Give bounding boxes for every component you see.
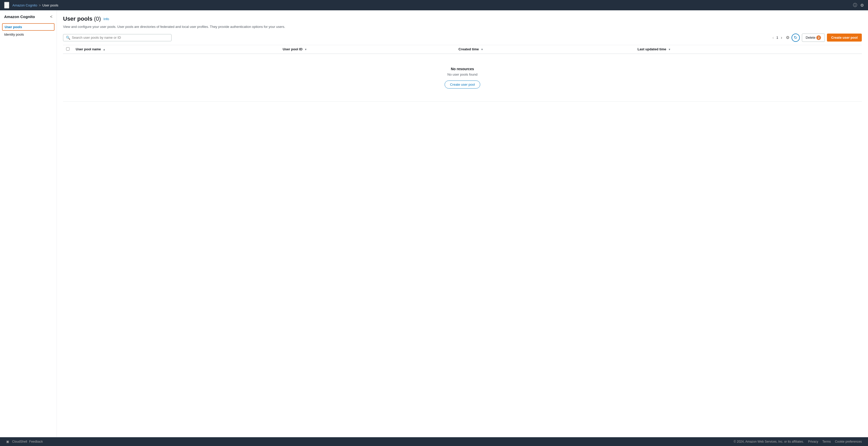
search-input[interactable] [72,36,169,39]
page-title: User pools [63,15,92,22]
sidebar-item-user-pools[interactable]: User pools [2,23,55,31]
table-header: User pool name ▲ User pool ID ▼ Created … [63,45,862,54]
search-icon: 🔍 [66,36,70,40]
pagination-number: 1 [776,36,778,39]
empty-state-description: No user pools found [71,72,854,76]
footer-terms-link[interactable]: Terms [822,440,831,443]
sort-pool-id-icon: ▼ [304,48,307,51]
hamburger-menu[interactable]: ☰ [4,2,9,8]
breadcrumb-service-link[interactable]: Amazon Cognito [12,3,37,7]
footer-cookie-link[interactable]: Cookie preferences [835,440,862,443]
breadcrumb-separator: > [39,3,41,7]
info-link[interactable]: Info [103,17,109,21]
page-header: User pools (0) Info [63,15,862,22]
delete-label: Delete [806,36,815,39]
footer-right: © 2024, Amazon Web Services, Inc. or its… [734,440,862,443]
delete-button[interactable]: Delete 2 [802,34,825,42]
top-navigation: ☰ Amazon Cognito > User pools ⓘ ⚙ [0,0,868,10]
table-empty-row: No resources No user pools found Create … [63,54,862,102]
sort-updated-icon: ▼ [668,48,671,51]
user-pools-table: User pool name ▲ User pool ID ▼ Created … [63,45,862,102]
search-box: 🔍 [63,34,172,41]
sidebar-title: Amazon Cognito < [0,14,57,23]
sort-created-icon: ▼ [481,48,483,51]
sort-name-icon: ▲ [103,48,105,51]
main-layout: Amazon Cognito < User pools Identity poo… [0,10,868,437]
refresh-button[interactable]: ↻ [792,34,800,42]
toolbar-right: ‹ 1 › ⚙ ↻ Delete 2 Create user pool [771,34,862,42]
cloudshell-link[interactable]: CloudShell [12,440,27,443]
toolbar-left: 🔍 [63,34,771,41]
create-user-pool-button[interactable]: Create user pool [827,34,862,41]
table-header-row: User pool name ▲ User pool ID ▼ Created … [63,45,862,54]
sidebar-item-identity-pools[interactable]: Identity pools [0,31,57,38]
breadcrumb-current: User pools [42,3,58,7]
page-description: View and configure your user pools. User… [63,24,862,29]
table-col-name[interactable]: User pool name ▲ [72,45,280,54]
footer-left: ▣ CloudShell Feedback [6,440,43,443]
select-all-checkbox[interactable] [66,47,69,50]
table-col-updated[interactable]: Last updated time ▼ [634,45,862,54]
sidebar: Amazon Cognito < User pools Identity poo… [0,10,57,437]
table-empty-cell: No resources No user pools found Create … [63,54,862,102]
empty-state-create-button[interactable]: Create user pool [444,80,480,89]
table-body: No resources No user pools found Create … [63,54,862,102]
cloudshell-icon: ▣ [6,440,9,443]
empty-state-title: No resources [71,67,854,71]
nav-right-icons: ⓘ ⚙ [853,3,864,8]
feedback-link[interactable]: Feedback [29,440,43,443]
footer-privacy-link[interactable]: Privacy [808,440,818,443]
toolbar: 🔍 ‹ 1 › ⚙ ↻ Delete 2 Create user pool [63,34,862,42]
table-settings-icon[interactable]: ⚙ [786,35,789,40]
main-content: User pools (0) Info View and configure y… [57,10,868,437]
table-col-pool-id[interactable]: User pool ID ▼ [280,45,455,54]
delete-badge: 2 [816,35,821,40]
empty-state: No resources No user pools found Create … [66,57,859,99]
pagination: ‹ 1 › [771,35,784,40]
pagination-next-button[interactable]: › [779,35,784,40]
pagination-prev-button[interactable]: ‹ [771,35,775,40]
help-icon[interactable]: ⓘ [853,3,857,8]
footer: ▣ CloudShell Feedback © 2024, Amazon Web… [0,437,868,446]
settings-nav-icon[interactable]: ⚙ [860,3,864,8]
table-col-checkbox [63,45,72,54]
page-title-count: (0) [94,15,101,22]
table-col-created[interactable]: Created time ▼ [456,45,634,54]
breadcrumb: Amazon Cognito > User pools [12,3,58,7]
footer-copyright: © 2024, Amazon Web Services, Inc. or its… [734,440,804,443]
sidebar-collapse-button[interactable]: < [50,14,53,19]
